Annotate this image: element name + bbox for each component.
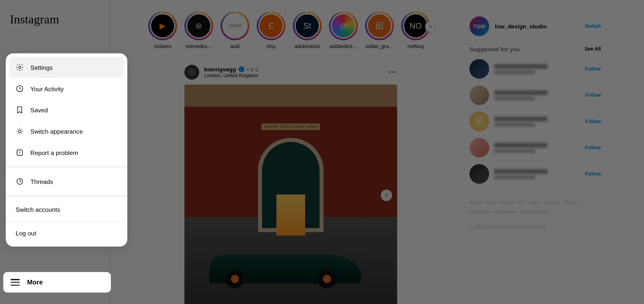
menu-report-problem[interactable]: Report a problem <box>9 142 124 163</box>
activity-icon <box>16 84 24 93</box>
suggested-user-row: Follow <box>469 164 601 184</box>
copyright-text: © 2024 INSTAGRAM FROM META <box>469 225 601 230</box>
stories-tray: ▶mclaren⊛mercedes…⦾⦾⦾⦾audiEetsyStadobest… <box>149 12 433 49</box>
story-item[interactable]: ⊛mercedes… <box>185 12 212 49</box>
menu-saved[interactable]: Saved <box>9 99 124 121</box>
hamburger-icon <box>11 279 20 285</box>
footer-link[interactable]: Help <box>487 200 497 206</box>
suggested-username-blur <box>494 116 547 121</box>
suggested-avatar[interactable] <box>469 112 489 131</box>
suggested-username-blur <box>494 90 547 95</box>
menu-threads[interactable]: Threads <box>9 171 124 192</box>
main-content: ▶mclaren⊛mercedes…⦾⦾⦾⦾audiEetsyStadobest… <box>110 0 644 304</box>
story-label: indian_gra… <box>366 43 393 49</box>
post-more-button[interactable]: ··· <box>388 68 397 76</box>
suggested-subtext-blur <box>494 70 535 74</box>
suggested-subtext-blur <box>494 175 535 179</box>
post-time: • 6 d <box>247 66 258 73</box>
suggested-subtext-blur <box>494 96 535 100</box>
menu-switch-appearance-label: Switch appearance <box>30 128 83 135</box>
post-username[interactable]: koenigsegg <box>204 66 236 73</box>
current-user-username[interactable]: tsw_design_studio <box>495 23 547 29</box>
right-sidebar: TSW tsw_design_studio Switch Suggested f… <box>469 16 601 230</box>
menu-switch-accounts-label: Switch accounts <box>16 206 60 213</box>
more-button[interactable]: More <box>3 272 111 293</box>
menu-settings-label: Settings <box>30 64 53 71</box>
suggested-user-row: Follow <box>469 59 601 79</box>
footer-link[interactable]: API <box>517 200 525 206</box>
footer-link[interactable]: Press <box>501 200 513 206</box>
footer-link[interactable]: Meta Verified <box>521 209 549 214</box>
follow-link[interactable]: Follow <box>585 66 601 72</box>
story-label: nothing <box>408 43 424 49</box>
stories-next-button[interactable] <box>425 21 436 32</box>
story-item[interactable]: ▶mclaren <box>149 12 176 49</box>
threads-icon <box>16 177 24 185</box>
footer-link[interactable]: Jobs <box>529 200 540 206</box>
story-item[interactable]: Eetsy <box>258 12 285 49</box>
footer-link[interactable]: Locations <box>469 209 491 214</box>
suggested-username-blur <box>494 142 547 147</box>
menu-report-problem-label: Report a problem <box>30 149 78 156</box>
sun-icon <box>16 127 24 135</box>
gear-icon <box>16 63 24 71</box>
suggested-user-row: Follow <box>469 138 601 158</box>
menu-switch-appearance[interactable]: Switch appearance <box>9 121 124 142</box>
post-next-image-button[interactable] <box>381 189 392 201</box>
follow-link[interactable]: Follow <box>585 145 601 150</box>
suggested-user-row: Follow <box>469 112 601 131</box>
post-location[interactable]: London, United Kingdom <box>204 73 258 78</box>
suggested-username-blur <box>494 64 547 69</box>
suggested-avatar[interactable] <box>469 85 489 105</box>
menu-settings[interactable]: Settings <box>9 57 124 78</box>
post-author-avatar[interactable] <box>184 65 199 80</box>
story-label: mercedes… <box>185 43 212 49</box>
post-image[interactable]: GREAT SCOTLAND YARD <box>184 84 397 304</box>
instagram-logo[interactable]: Instagram <box>10 12 110 26</box>
footer-link[interactable]: Privacy <box>544 200 560 206</box>
bookmark-icon <box>16 106 24 114</box>
svg-point-0 <box>19 66 21 68</box>
follow-link[interactable]: Follow <box>585 171 601 177</box>
menu-saved-label: Saved <box>30 107 48 114</box>
story-item[interactable]: ⦾⦾⦾⦾audi <box>221 12 249 49</box>
suggested-subtext-blur <box>494 149 535 153</box>
suggested-title: Suggested for you <box>469 46 520 53</box>
story-item[interactable]: Stadobestock <box>294 12 321 49</box>
story-label: adobestock <box>295 43 320 49</box>
footer-links: About · Help · Press · API · Jobs · Priv… <box>469 198 601 216</box>
suggested-username-blur <box>494 169 547 174</box>
more-menu-popup: Settings Your Activity Saved Switch appe… <box>6 53 127 246</box>
story-label: audi <box>230 43 239 49</box>
suggested-user-row: Follow <box>469 85 601 105</box>
suggested-avatar[interactable] <box>469 138 489 158</box>
footer-link[interactable]: Language <box>495 209 516 214</box>
verified-badge-icon: ✓ <box>238 67 244 72</box>
menu-threads-label: Threads <box>30 178 53 185</box>
menu-your-activity[interactable]: Your Activity <box>9 78 124 99</box>
svg-point-2 <box>18 130 21 133</box>
switch-account-link[interactable]: Switch <box>585 23 601 29</box>
suggested-subtext-blur <box>494 122 535 126</box>
suggested-avatar[interactable] <box>469 164 489 184</box>
footer-link[interactable]: About <box>469 200 482 206</box>
menu-log-out[interactable]: Log out <box>9 223 124 243</box>
more-button-label: More <box>27 279 43 286</box>
story-item[interactable]: NOnothing <box>402 12 429 49</box>
footer-link[interactable]: Terms <box>564 200 577 206</box>
story-item[interactable]: ◎adobedesi… <box>330 12 357 49</box>
report-icon <box>16 148 24 157</box>
see-all-link[interactable]: See All <box>585 46 601 53</box>
menu-switch-accounts[interactable]: Switch accounts <box>9 199 124 220</box>
story-label: adobedesi… <box>330 43 357 49</box>
follow-link[interactable]: Follow <box>585 92 601 98</box>
follow-link[interactable]: Follow <box>585 119 601 124</box>
story-item[interactable]: 回indian_gra… <box>366 12 393 49</box>
suggested-avatar[interactable] <box>469 59 489 79</box>
menu-your-activity-label: Your Activity <box>30 85 64 92</box>
feed-post: koenigsegg ✓ • 6 d London, United Kingdo… <box>184 62 397 304</box>
current-user-avatar[interactable]: TSW <box>469 16 489 36</box>
story-label: mclaren <box>154 43 172 49</box>
story-label: etsy <box>267 43 276 49</box>
menu-log-out-label: Log out <box>16 230 36 237</box>
